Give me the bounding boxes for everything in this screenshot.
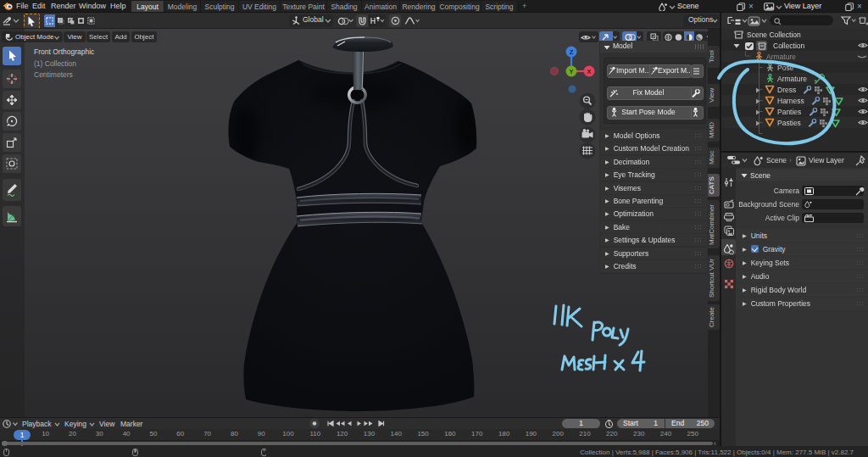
- svg-text:Z: Z: [570, 48, 574, 56]
- svg-text:Y: Y: [569, 68, 573, 75]
- svg-text:X: X: [587, 68, 591, 75]
